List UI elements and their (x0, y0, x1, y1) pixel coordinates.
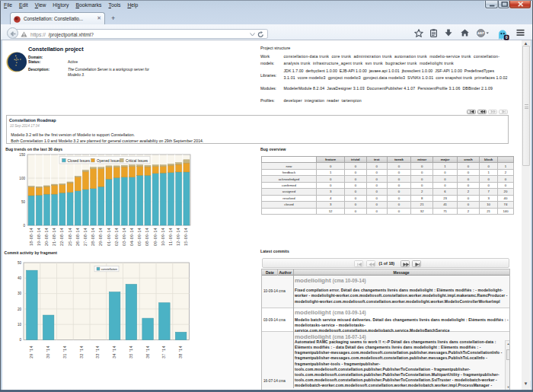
svg-text:40: 40 (18, 276, 22, 280)
svg-text:38 '14: 38 '14 (178, 346, 183, 359)
svg-text:10-09-14: 10-09-14 (161, 228, 165, 246)
svg-text:19-08-14: 19-08-14 (37, 228, 41, 246)
svg-text:29-08-14: 29-08-14 (98, 228, 103, 246)
svg-text:05-09-14: 05-09-14 (137, 228, 142, 246)
svg-text:50: 50 (21, 200, 26, 204)
svg-text:04-09-14: 04-09-14 (129, 228, 134, 246)
svg-text:26-08-14: 26-08-14 (75, 228, 80, 246)
svg-text:ABP: ABP (477, 31, 484, 35)
svg-text:08-09-14: 08-09-14 (145, 228, 149, 246)
svg-text:28-08-14: 28-08-14 (91, 228, 95, 246)
svg-text:18-08-14: 18-08-14 (29, 228, 34, 246)
svg-text:15-09-14: 15-09-14 (184, 228, 188, 246)
svg-text:20-08-14: 20-08-14 (44, 228, 49, 246)
svg-text:01-09-14: 01-09-14 (107, 228, 111, 246)
svg-text:50: 50 (18, 261, 22, 265)
svg-text:20: 20 (18, 308, 22, 311)
svg-text:Opened Issues: Opened Issues (97, 159, 121, 163)
svg-text:150: 150 (19, 153, 25, 157)
svg-text:31 '14: 31 '14 (62, 346, 67, 359)
svg-text:30: 30 (18, 292, 22, 295)
svg-text:35 '14: 35 '14 (129, 346, 133, 359)
svg-text:29 '14: 29 '14 (29, 346, 34, 359)
svg-text:32 '14: 32 '14 (79, 346, 84, 359)
svg-text:33 '14: 33 '14 (95, 346, 100, 359)
svg-text:11-09-14: 11-09-14 (168, 228, 173, 246)
svg-text:0: 0 (19, 338, 21, 342)
svg-text:0: 0 (506, 35, 508, 40)
svg-text:37 '14: 37 '14 (161, 346, 166, 359)
svg-text:10: 10 (18, 323, 22, 327)
svg-text:02-09-14: 02-09-14 (114, 228, 119, 246)
svg-text:27-08-14: 27-08-14 (83, 228, 88, 246)
svg-text:0: 0 (23, 224, 25, 228)
svg-text:36 '14: 36 '14 (145, 346, 150, 359)
svg-text:100: 100 (19, 177, 25, 180)
svg-text:25-08-14: 25-08-14 (68, 228, 72, 246)
svg-text:Critical Issues: Critical Issues (126, 159, 148, 163)
svg-text:03-09-14: 03-09-14 (122, 228, 126, 246)
svg-text:22-08-14: 22-08-14 (59, 228, 64, 246)
svg-text:constellation: constellation (101, 268, 117, 271)
svg-text:Closed Issues: Closed Issues (68, 159, 91, 163)
svg-text:34 '14: 34 '14 (112, 346, 116, 359)
svg-text:30 '14: 30 '14 (46, 346, 50, 359)
svg-text:12-09-14: 12-09-14 (176, 228, 180, 246)
svg-text:09-09-14: 09-09-14 (153, 228, 158, 246)
svg-text:21-08-14: 21-08-14 (52, 228, 56, 246)
